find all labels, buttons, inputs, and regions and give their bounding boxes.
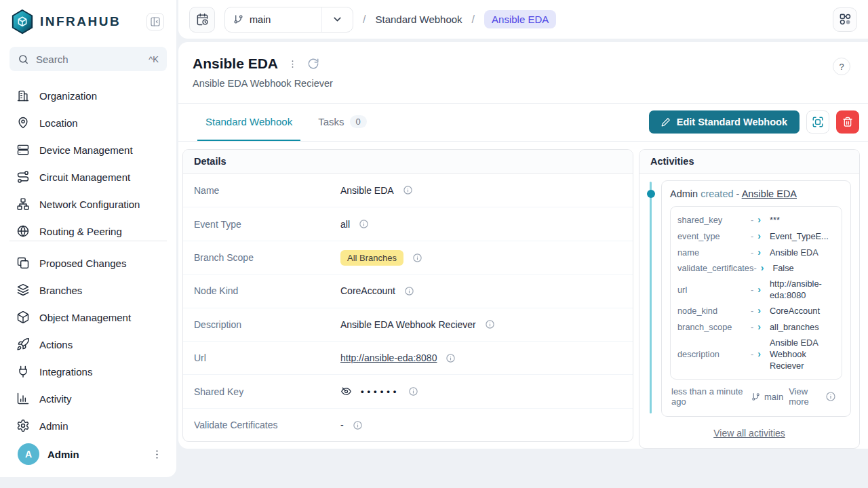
- info-icon[interactable]: [485, 319, 495, 329]
- title-options-button[interactable]: [288, 59, 298, 69]
- property-value: http://ansible-eda:8080: [770, 278, 835, 302]
- edit-webhook-button[interactable]: Edit Standard Webhook: [649, 110, 800, 134]
- sidebar-item-organization[interactable]: Organization: [7, 82, 170, 109]
- route-icon: [16, 170, 30, 184]
- sidebar-item-actions[interactable]: Actions: [7, 331, 170, 358]
- globe-icon: [16, 224, 30, 238]
- eye-off-icon[interactable]: [340, 386, 352, 397]
- timeline-dot: [647, 190, 655, 198]
- user-options-icon[interactable]: [151, 449, 163, 460]
- apps-menu-button[interactable]: [833, 7, 857, 32]
- property-name: description: [677, 348, 751, 360]
- event-action: created: [701, 188, 733, 199]
- info-icon[interactable]: [825, 391, 836, 402]
- details-row-shared-key: Shared Key••••••: [183, 374, 633, 407]
- info-icon[interactable]: [412, 253, 422, 263]
- details-row-url: Urlhttp://ansible-eda:8080: [183, 341, 633, 374]
- page-header: Ansible EDA Ansible EDA Webhook Reciever…: [178, 42, 868, 103]
- details-row-value: CoreAccount: [340, 285, 633, 296]
- branch-selector-caret[interactable]: [321, 7, 353, 32]
- app-root: INFRAHUB Search ^K OrganizationLocationD…: [0, 0, 868, 488]
- details-panel: Details NameAnsible EDAEvent TypeallBran…: [182, 149, 633, 442]
- value-text: Ansible EDA Webhook Reciever: [340, 319, 476, 330]
- sidebar-item-device-management[interactable]: Device Management: [7, 136, 170, 163]
- details-row-node-kind: Node KindCoreAccount: [183, 274, 633, 307]
- branch-selector[interactable]: main: [224, 7, 353, 33]
- details-row-validate-certificates: Validate Certificates-: [183, 408, 633, 441]
- property-value: all_branches: [770, 321, 835, 333]
- activities-body: Admin created - Ansible EDA shared_key-›…: [639, 174, 859, 439]
- sidebar-item-admin[interactable]: Admin: [7, 412, 170, 439]
- property-change-indicator: -›: [751, 246, 770, 259]
- activity-property-row: validate_certificates-›False: [677, 260, 835, 277]
- tab-bar: Standard Webhook Tasks 0 Edit Standard W…: [178, 103, 868, 142]
- details-row-label: Url: [194, 352, 340, 363]
- property-value: Event_TypeE...: [770, 230, 835, 242]
- chevron-right-icon: ›: [757, 283, 761, 296]
- info-icon[interactable]: [408, 386, 418, 396]
- sidebar-item-label: Object Management: [39, 312, 131, 323]
- sidebar-item-branches[interactable]: Branches: [7, 277, 170, 304]
- property-value: CoreAccount: [770, 305, 835, 317]
- timeline-line: [650, 182, 652, 413]
- sidebar-collapse-button[interactable]: [146, 13, 164, 30]
- sidebar-item-label: Organization: [39, 90, 97, 102]
- property-name: validate_certificates: [677, 262, 753, 274]
- delete-button[interactable]: [836, 110, 859, 134]
- manage-groups-button[interactable]: [806, 110, 829, 134]
- dots-vertical-icon: [288, 59, 298, 69]
- tab-tasks[interactable]: Tasks 0: [310, 104, 375, 141]
- info-icon[interactable]: [446, 353, 456, 363]
- breadcrumb-current[interactable]: Ansible EDA: [484, 10, 556, 28]
- sidebar-item-location[interactable]: Location: [7, 109, 170, 136]
- time-travel-button[interactable]: [189, 7, 215, 33]
- sidebar: INFRAHUB Search ^K OrganizationLocationD…: [0, 0, 176, 477]
- sidebar-item-routing-peering[interactable]: Routing & Peering: [7, 218, 170, 241]
- infrahub-logo[interactable]: INFRAHUB: [11, 9, 121, 35]
- view-all-activities-link[interactable]: View all activities: [713, 428, 785, 439]
- user-menu[interactable]: A Admin: [0, 438, 176, 470]
- refresh-button[interactable]: [307, 58, 319, 70]
- sidebar-item-network-configuration[interactable]: Network Configuration: [7, 190, 170, 218]
- info-icon[interactable]: [359, 219, 369, 229]
- info-icon[interactable]: [403, 185, 413, 195]
- help-button[interactable]: ?: [833, 58, 850, 75]
- breadcrumb-section[interactable]: Standard Webhook: [375, 14, 462, 25]
- diff-icon: [16, 256, 30, 270]
- sidebar-item-integrations[interactable]: Integrations: [7, 358, 170, 385]
- property-name: url: [677, 284, 751, 296]
- info-icon[interactable]: [353, 420, 363, 430]
- event-object-link[interactable]: Ansible EDA: [742, 188, 797, 199]
- sidebar-item-label: Network Configuration: [39, 199, 140, 210]
- sidebar-item-proposed-changes[interactable]: Proposed Changes: [7, 249, 170, 277]
- sidebar-item-circuit-management[interactable]: Circuit Management: [7, 163, 170, 190]
- sidebar-item-object-management[interactable]: Object Management: [7, 304, 170, 331]
- edit-button-label: Edit Standard Webhook: [677, 117, 787, 127]
- details-rows: NameAnsible EDAEvent TypeallBranch Scope…: [183, 174, 633, 441]
- activities-panel: Activities Admin created - Ansible EDA s…: [639, 149, 860, 449]
- search-input[interactable]: Search ^K: [9, 47, 167, 71]
- calendar-clock-icon: [196, 13, 209, 26]
- sidebar-item-label: Routing & Peering: [39, 226, 122, 237]
- sidebar-item-label: Admin: [39, 420, 68, 432]
- activity-property-row: url-›http://ansible-eda:8080: [677, 277, 835, 303]
- event-branch-name: main: [764, 392, 783, 402]
- chevron-down-icon: [332, 14, 343, 25]
- chevron-right-icon: ›: [757, 348, 761, 361]
- sidebar-item-activity[interactable]: Activity: [7, 385, 170, 412]
- page-title: Ansible EDA: [193, 56, 278, 72]
- tab-label: Standard Webhook: [205, 116, 292, 127]
- event-branch: main: [751, 392, 783, 402]
- tab-standard-webhook[interactable]: Standard Webhook: [197, 104, 300, 141]
- workflow-icon: [839, 13, 852, 26]
- property-name: node_kind: [677, 305, 751, 317]
- view-more-link[interactable]: View more: [789, 386, 820, 407]
- info-icon[interactable]: [404, 286, 414, 296]
- masked-value: ••••••: [361, 386, 399, 396]
- sidebar-item-label: Integrations: [39, 366, 92, 378]
- activity-property-row: branch_scope-›all_branches: [677, 319, 835, 336]
- url-link[interactable]: http://ansible-eda:8080: [340, 352, 437, 363]
- map-pin-icon: [16, 116, 30, 129]
- details-row-label: Branch Scope: [194, 252, 340, 263]
- property-change-indicator: -›: [751, 348, 770, 361]
